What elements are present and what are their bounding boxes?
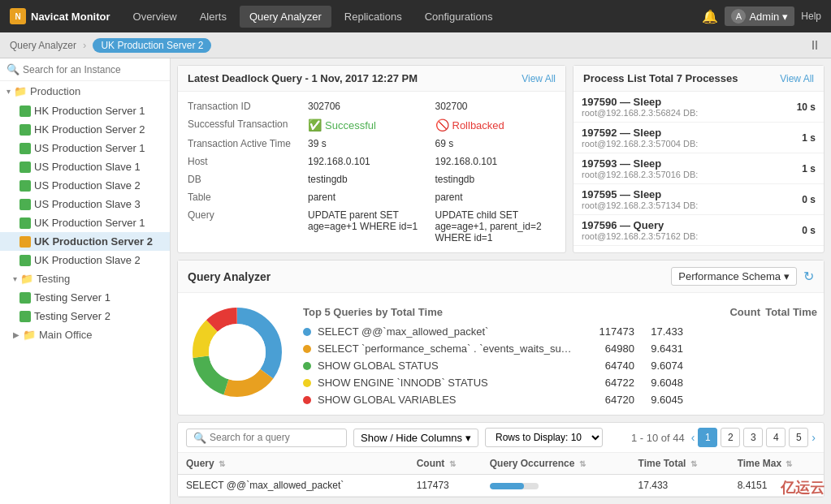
lbl-successful-txn: Successful Transaction: [188, 116, 301, 134]
main-office-header[interactable]: ▶ 📁 Main Office: [0, 325, 170, 344]
occurrence-bar-container: [490, 483, 539, 489]
donut-chart: [184, 299, 290, 405]
sidebar-item-uk1[interactable]: UK Production Server 1: [0, 213, 170, 232]
occurrence-sort-icon[interactable]: ⇅: [579, 459, 586, 468]
val-host-2: 192.168.0.101: [429, 153, 556, 170]
sidebar-item-us-slave3[interactable]: US Production Slave 3: [0, 195, 170, 213]
hk2-label: HK Production Server 2: [34, 123, 145, 136]
table-search-icon: 🔍: [193, 432, 206, 444]
testing-group-header[interactable]: ▾ 📁 Testing: [0, 269, 170, 288]
page-1-button[interactable]: 1: [698, 428, 717, 447]
server-icon-uk1: [19, 218, 31, 229]
next-page-button[interactable]: ›: [812, 431, 816, 444]
process-row-4: 197596 — Query root@192.168.2.3:57162 DB…: [573, 215, 824, 246]
process-host-0: root@192.168.2.3:56824 DB:: [582, 108, 797, 118]
pause-icon[interactable]: ⏸: [808, 38, 821, 53]
search-input[interactable]: [23, 64, 163, 75]
top-nav: Overview Alerts Query Analyzer Replicati…: [123, 6, 690, 28]
legend-count-1: 64980: [578, 342, 634, 355]
count-header: Count: [703, 306, 760, 318]
legend-item-1: SELECT `performance_schema` . `events_wa…: [303, 340, 817, 357]
success-text: Successful: [325, 119, 376, 131]
page-5-button[interactable]: 5: [789, 428, 808, 447]
show-hide-label: Show / Hide Columns: [361, 432, 462, 444]
bottom-table: 🔍 Show / Hide Columns ▾ Rows to Display:…: [177, 422, 825, 498]
server-icon-hk2: [19, 124, 31, 136]
process-id-2: 197593 — Sleep: [582, 157, 802, 170]
nav-overview[interactable]: Overview: [123, 6, 187, 28]
sidebar-item-hk1[interactable]: HK Production Server 1: [0, 101, 170, 120]
count-sort-icon[interactable]: ⇅: [449, 459, 456, 468]
deadlock-grid: Transaction ID 302706 302700 Successful …: [178, 92, 565, 252]
breadcrumb-label[interactable]: Query Analyzer: [10, 40, 76, 51]
row-count: 117473: [409, 475, 482, 497]
server-icon-testing2: [19, 311, 31, 322]
server-icon-us-slave2: [19, 180, 31, 192]
sidebar-item-uk-slave2[interactable]: UK Production Slave 2: [0, 251, 170, 269]
val-active-time-1: 39 s: [301, 136, 429, 152]
content-area: Latest Deadlock Query - 1 Nov, 2017 12:2…: [171, 58, 831, 504]
legend-item-2: SHOW GLOBAL STATUS 64740 9.6074: [303, 357, 817, 374]
server-icon-us-slave3: [19, 199, 31, 210]
page-3-button[interactable]: 3: [743, 428, 763, 447]
testing-folder-icon: 📁: [20, 273, 33, 285]
page-4-button[interactable]: 4: [766, 428, 786, 447]
breadcrumb-server[interactable]: UK Production Server 2: [93, 38, 211, 53]
val-db-2: testingdb: [429, 171, 556, 187]
sidebar-item-hk2[interactable]: HK Production Server 2: [0, 120, 170, 139]
time-max-sort-icon[interactable]: ⇅: [786, 459, 792, 468]
prev-page-button[interactable]: ‹: [691, 431, 695, 444]
legend-time-1: 9.6431: [634, 342, 683, 355]
us1-label: US Production Server 1: [34, 142, 145, 154]
deadlock-view-all[interactable]: View All: [522, 73, 556, 84]
admin-label: Admin: [749, 11, 779, 23]
nav-query-analyzer[interactable]: Query Analyzer: [240, 6, 331, 28]
show-hide-columns-button[interactable]: Show / Hide Columns ▾: [353, 429, 478, 447]
legend-dot-3: [303, 379, 311, 387]
admin-avatar: A: [731, 9, 746, 24]
server-icon-hk1: [19, 106, 31, 117]
sidebar-item-testing2[interactable]: Testing Server 2: [0, 307, 170, 325]
testing1-label: Testing Server 1: [34, 291, 110, 304]
process-list-header: Process List Total 7 Processes View All: [573, 66, 824, 92]
rollback-icon: 🚫: [435, 118, 449, 131]
sidebar-item-us-slave1[interactable]: US Production Slave 1: [0, 157, 170, 176]
val-table-2: parent: [429, 189, 556, 205]
legend-dot-0: [303, 328, 311, 336]
refresh-icon[interactable]: ↻: [803, 269, 814, 284]
process-info-1: 197592 — Sleep root@192.168.2.3:57004 DB…: [582, 127, 802, 149]
app-logo: N Navicat Monitor: [10, 8, 110, 24]
table-search-input[interactable]: [210, 432, 340, 443]
deadlock-panel-header: Latest Deadlock Query - 1 Nov, 2017 12:2…: [178, 66, 565, 92]
sidebar-item-uk2[interactable]: UK Production Server 2: [0, 232, 170, 251]
val-host-1: 192.168.0.101: [301, 153, 429, 170]
process-id-4: 197596 — Query: [582, 219, 802, 231]
process-list-view-all[interactable]: View All: [780, 73, 814, 84]
total-time-header: Total Time: [760, 306, 817, 318]
help-button[interactable]: Help: [801, 11, 821, 22]
nav-configurations[interactable]: Configurations: [415, 6, 503, 28]
legend-item-0: SELECT @@`max_allowed_packet` 117473 17.…: [303, 323, 817, 340]
admin-badge[interactable]: A Admin ▾: [725, 6, 794, 26]
breadcrumb-bar: Query Analyzer › UK Production Server 2 …: [0, 32, 831, 58]
legend-header: Top 5 Queries by Total Time Count Total …: [303, 306, 817, 318]
rows-display-select[interactable]: Rows to Display: 10: [485, 428, 603, 447]
sidebar-item-us1[interactable]: US Production Server 1: [0, 139, 170, 157]
page-2-button[interactable]: 2: [721, 428, 740, 447]
nav-replications[interactable]: Replications: [335, 6, 412, 28]
legend-dot-4: [303, 396, 311, 404]
search-box: 🔍: [0, 58, 170, 81]
val-txn-status-2: 🚫 Rollbacked: [429, 116, 556, 134]
sidebar-item-testing1[interactable]: Testing Server 1: [0, 288, 170, 307]
process-list-body: 197590 — Sleep root@192.168.2.3:56824 DB…: [573, 92, 824, 246]
testing-group: ▾ 📁 Testing Testing Server 1 Testing Ser…: [0, 269, 170, 325]
production-group-header[interactable]: ▾ 📁 Production: [0, 81, 170, 101]
legend-time-2: 9.6074: [634, 360, 683, 372]
time-total-sort-icon[interactable]: ⇅: [690, 459, 697, 468]
nav-alerts[interactable]: Alerts: [190, 6, 236, 28]
query-sort-icon[interactable]: ⇅: [219, 459, 225, 468]
schema-select[interactable]: Performance Schema ▾: [671, 267, 797, 286]
table-body: SELECT @@`max_allowed_packet` 117473 17.…: [178, 475, 824, 497]
bell-icon[interactable]: 🔔: [702, 9, 718, 24]
sidebar-item-us-slave2[interactable]: US Production Slave 2: [0, 176, 170, 195]
